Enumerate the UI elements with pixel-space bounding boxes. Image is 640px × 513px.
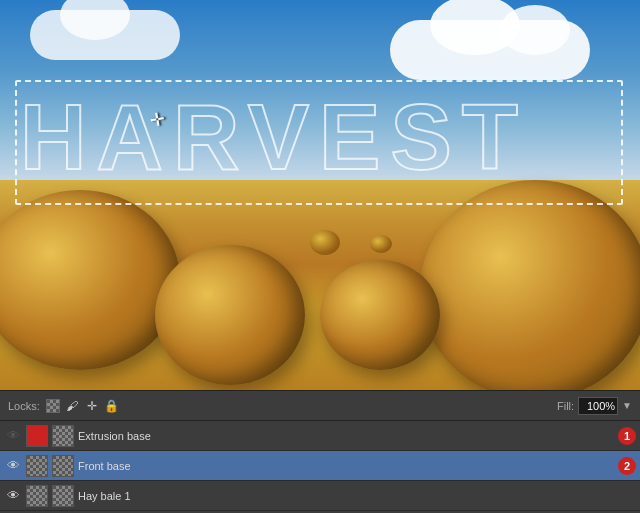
eye-visibility-extrusion[interactable]: 👁 — [4, 427, 22, 445]
layer-row-extrusion-base[interactable]: 👁 Extrusion base 1 — [0, 421, 640, 451]
lock-icons-group: 🖌 ✛ 🔒 — [46, 398, 120, 414]
fill-input[interactable] — [578, 397, 618, 415]
lock-icon[interactable]: 🔒 — [104, 398, 120, 414]
cloud-2 — [30, 10, 180, 60]
layer-badge-1: 1 — [618, 427, 636, 445]
layer-row-hay-bale-1[interactable]: 👁 Hay bale 1 — [0, 481, 640, 511]
layer-thumb-hay-bale-1-color — [26, 485, 48, 507]
layer-badge-2: 2 — [618, 457, 636, 475]
layer-name-hay-bale-1: Hay bale 1 — [78, 490, 636, 502]
layer-color-extrusion — [26, 425, 48, 447]
checkerboard-icon[interactable] — [46, 399, 60, 413]
move-icon[interactable]: ✛ — [84, 398, 100, 414]
canvas-area: HARVEST ✛ — [0, 0, 640, 390]
fill-label: Fill: — [557, 400, 574, 412]
locks-label: Locks: — [8, 400, 40, 412]
layer-thumb-hay-bale-1 — [52, 485, 74, 507]
layers-toolbar: Locks: 🖌 ✛ 🔒 Fill: ▼ — [0, 391, 640, 421]
cloud-1 — [390, 20, 590, 80]
hay-bale-small-right — [320, 260, 440, 370]
layer-thumb-front-base — [52, 455, 74, 477]
hay-bale-large-right — [420, 180, 640, 390]
layer-list: 👁 Extrusion base 1 👁 Front base 2 👁 Hay … — [0, 421, 640, 513]
move-cursor-icon: ✛ — [148, 106, 171, 129]
layers-panel: Locks: 🖌 ✛ 🔒 Fill: ▼ 👁 Extrusion base 1 — [0, 390, 640, 513]
harvest-text: HARVEST — [20, 85, 528, 190]
layer-name-extrusion: Extrusion base — [78, 430, 614, 442]
fill-control: Fill: ▼ — [557, 397, 632, 415]
eye-visibility-front-base[interactable]: 👁 — [4, 457, 22, 475]
layer-row-front-base[interactable]: 👁 Front base 2 — [0, 451, 640, 481]
small-bale-1 — [310, 230, 340, 255]
small-bale-2 — [370, 235, 392, 253]
layer-name-front-base: Front base — [78, 460, 614, 472]
layer-thumb-extrusion — [52, 425, 74, 447]
hay-bale-medium-center — [155, 245, 305, 385]
layer-color-front-base — [26, 455, 48, 477]
eye-visibility-hay-bale-1[interactable]: 👁 — [4, 487, 22, 505]
brush-icon[interactable]: 🖌 — [64, 398, 80, 414]
fill-dropdown-arrow[interactable]: ▼ — [622, 400, 632, 411]
